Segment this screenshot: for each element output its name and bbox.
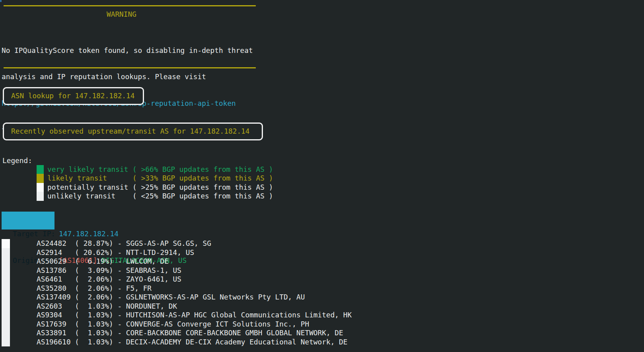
transit-as-row: AS17639 ( 1.03%) - CONVERGE-AS Converge … bbox=[37, 320, 352, 329]
warning-divider-top bbox=[4, 5, 256, 6]
transit-likelihood-bar-segment bbox=[2, 266, 10, 275]
transit-likelihood-bar-segment bbox=[2, 239, 10, 248]
transit-as-list: AS24482 ( 28.87%) - SGGS-AS-AP SG.GS, SG… bbox=[37, 239, 352, 346]
terminal-screen: WARNING No IPQualityScore token found, s… bbox=[0, 0, 644, 352]
transit-likelihood-bar-segment bbox=[2, 338, 10, 347]
warning-title: WARNING bbox=[107, 10, 136, 19]
target-ip-label: Target IP: bbox=[13, 229, 54, 238]
transit-likelihood-bar-segment bbox=[2, 320, 10, 329]
legend-swatch bbox=[37, 183, 44, 192]
transit-as-row: AS2914 ( 20.62%) - NTT-LTD-2914, US bbox=[37, 248, 352, 257]
legend-color-swatches bbox=[37, 165, 44, 201]
legend-swatch bbox=[37, 174, 44, 183]
warning-divider-bottom bbox=[4, 67, 256, 68]
transit-likelihood-bar-segment bbox=[2, 293, 10, 302]
legend-swatch bbox=[37, 192, 44, 200]
asn-lookup-header-label: ASN lookup for 147.182.182.14 bbox=[11, 91, 134, 100]
transit-likelihood-bar-segment bbox=[2, 329, 10, 338]
transit-likelihood-bar-segment bbox=[2, 302, 10, 311]
warning-text-line-2: analysis and IP reputation lookups. Plea… bbox=[2, 72, 253, 81]
asn-lookup-header-box: ASN lookup for 147.182.182.14 bbox=[3, 87, 144, 105]
transit-as-row: AS2603 ( 1.03%) - NORDUNET, DK bbox=[37, 302, 352, 311]
transit-as-row: AS24482 ( 28.87%) - SGGS-AS-AP SG.GS, SG bbox=[37, 239, 352, 248]
transit-as-row: AS196610 ( 1.03%) - DECIX-ACADEMY DE-CIX… bbox=[37, 338, 352, 347]
transit-as-header-label: Recently observed upstream/transit AS fo… bbox=[11, 127, 250, 136]
target-info-labels: Target IP: Origin AS: bbox=[2, 212, 54, 229]
transit-as-row: AS137409 ( 2.06%) - GSLNETWORKS-AS-AP GS… bbox=[37, 293, 352, 302]
transit-likelihood-bar-segment bbox=[2, 248, 10, 257]
transit-as-header-box: Recently observed upstream/transit AS fo… bbox=[3, 123, 263, 140]
transit-as-row: AS35280 ( 2.06%) - F5, FR bbox=[37, 284, 352, 293]
transit-as-row: AS6461 ( 2.06%) - ZAYO-6461, US bbox=[37, 275, 352, 284]
legend-item: likely transit ( >33% BGP updates from t… bbox=[47, 174, 273, 183]
warning-text-line-1: No IPQualityScore token found, so disabl… bbox=[2, 46, 253, 55]
transit-likelihood-bar bbox=[2, 239, 10, 346]
transit-likelihood-bar-segment bbox=[2, 257, 10, 266]
transit-likelihood-bar-segment bbox=[2, 275, 10, 284]
transit-as-row: AS9304 ( 1.03%) - HUTCHISON-AS-AP HGC Gl… bbox=[37, 311, 352, 320]
window-corner-artifact bbox=[0, 0, 2, 2]
target-ip-value: 147.182.182.14 bbox=[59, 229, 187, 238]
transit-as-row: AS50629 ( 6.19%) - LWLCOM, DE bbox=[37, 257, 352, 266]
transit-likelihood-bar-segment bbox=[2, 311, 10, 320]
legend-item: unlikely transit ( <25% BGP updates from… bbox=[47, 192, 273, 200]
legend-rows: very likely transit ( >66% BGP updates f… bbox=[47, 165, 273, 201]
legend-item: potentially transit ( >25% BGP updates f… bbox=[47, 183, 273, 192]
legend-item: very likely transit ( >66% BGP updates f… bbox=[47, 165, 273, 174]
transit-as-row: AS13786 ( 3.09%) - SEABRAS-1, US bbox=[37, 266, 352, 275]
legend-swatch bbox=[37, 165, 44, 174]
transit-as-row: AS33891 ( 1.03%) - CORE-BACKBONE CORE-BA… bbox=[37, 329, 352, 338]
transit-likelihood-bar-segment bbox=[2, 284, 10, 293]
legend-title: Legend: bbox=[2, 156, 32, 165]
